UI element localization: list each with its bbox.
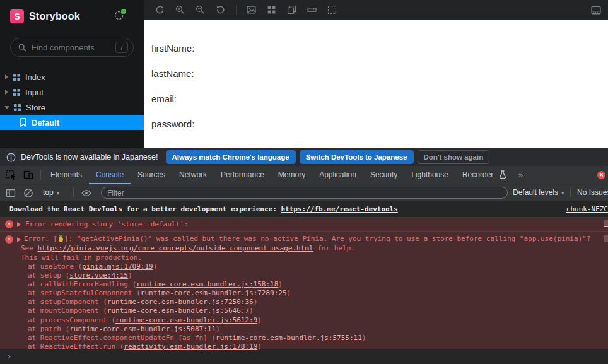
sidebar-item-input[interactable]: Input [0,85,144,100]
expand-triangle-icon[interactable] [17,222,21,227]
tab-elements[interactable]: Elements [44,166,89,184]
device-toolbar-icon [23,170,33,180]
stack-source-link[interactable]: pinia.mjs:1709:19 [82,262,153,271]
console-sidebar-button[interactable] [5,187,16,198]
inspect-icon [6,170,16,180]
sidebar-item-store[interactable]: Store [0,100,144,115]
component-tree: Index Input Store [0,69,144,130]
stack-source-link[interactable]: store.vue:4:15 [69,271,128,279]
console-filter-input[interactable] [101,187,508,199]
source-location-link[interactable]: chunk-NFZC [566,201,608,217]
tab-recorder[interactable]: Recorder [455,166,513,184]
chevron-down-icon [4,106,9,109]
search-box[interactable]: / [10,38,134,57]
measure-icon [307,5,317,15]
stack-frame: at useStore (pinia.mjs:1709:19) [28,262,608,271]
experiment-flask-icon [499,170,506,179]
zoom-out-button[interactable] [194,4,206,16]
slash-shortcut-badge: / [115,42,128,53]
zoom-in-button[interactable] [174,4,185,16]
field-label-password: password: [151,119,194,129]
tab-performance[interactable]: Performance [214,166,271,184]
tab-recorder-label: Recorder [462,170,493,179]
clear-console-button[interactable] [23,187,33,198]
devtools-infobar: DevTools is now available in Japanese! A… [0,148,608,166]
device-toolbar-button[interactable] [23,169,34,180]
match-language-button[interactable]: Always match Chrome's language [166,150,296,164]
grid-button[interactable] [266,4,277,16]
stack-source-link[interactable]: runtime-core.esm-bundler.js:5755:11 [216,334,362,342]
stack-text: at setup ( [28,271,69,279]
inspect-element-button[interactable] [5,169,16,180]
stack-frame: at patch (runtime-core.esm-bundler.js:50… [28,325,608,334]
stack-source-link[interactable]: runtime-core.esm-bundler.js:5646:7 [107,307,249,315]
error-text: Error: [ [24,235,57,243]
zoom-in-icon [175,5,185,15]
tab-lighthouse[interactable]: Lighthouse [404,166,455,184]
devtools-tabbar: Elements Console Sources Network Perform… [0,166,608,184]
stack-source-link[interactable]: runtime-core.esm-bundler.js:158:18 [136,280,278,288]
tab-console[interactable]: Console [89,166,131,184]
viewport-button[interactable] [286,4,297,16]
stack-source-link[interactable]: runtime-core.esm-bundler.js:7250:36 [107,298,254,306]
zoom-out-icon [196,5,205,15]
dont-show-again-button[interactable]: Don't show again [418,150,490,164]
stack-source-link[interactable]: runtime-core.esm-bundler.js:5087:11 [69,325,216,333]
zoom-reset-button[interactable] [214,4,226,16]
stack-source-link[interactable]: runtime-core.esm-bundler.js:5612:9 [115,316,257,324]
tab-security[interactable]: Security [363,166,404,184]
tab-application[interactable]: Application [312,166,363,184]
sidebar-menu-button[interactable] [112,10,125,23]
console-prompt-row[interactable]: › [0,349,608,364]
stack-source-link[interactable]: runtime-core.esm-bundler.js:7289:25 [141,289,287,297]
sidebar-item-index[interactable]: Index [0,69,144,85]
outline-icon [327,5,337,15]
error-count-badge[interactable]: ✕ [597,171,605,179]
expand-triangle-icon[interactable] [17,237,21,242]
live-expression-button[interactable] [81,187,91,198]
execution-context-selector[interactable]: top▾ [43,184,59,201]
component-icon [13,88,21,97]
react-devtools-link[interactable]: https://fb.me/react-devtools [281,205,397,213]
tab-memory[interactable]: Memory [271,166,312,184]
pinia-error-line: Error: []: "getActivePinia()" was called… [24,234,590,244]
sidebar-item-default-story[interactable]: Default [0,115,144,130]
component-icon [13,103,21,112]
measure-button[interactable] [306,4,317,16]
field-label-firstname: firstName: [151,43,194,54]
toolbar-divider [73,188,74,197]
stack-frame: at ReactiveEffect.componentUpdateFn [as … [28,334,608,343]
story-preview: firstName: lastName: email: password: [144,20,608,148]
stack-frame: at setupStatefulComponent (runtime-core.… [28,289,608,298]
stack-trace: at useStore (pinia.mjs:1709:19) at setup… [28,262,608,351]
stack-text: ) [128,271,132,279]
remount-button[interactable] [154,4,165,16]
tab-sources[interactable]: Sources [131,166,172,184]
remount-icon [155,5,165,15]
stack-text: ) [254,298,258,306]
info-icon [6,153,16,162]
toolbar-divider [570,188,571,197]
panel-position-icon [591,5,601,15]
stack-text: at ReactiveEffect.componentUpdateFn [as … [28,334,216,342]
update-available-dot [121,9,126,14]
issues-counter[interactable]: No Issues [577,184,608,201]
chevron-down-icon: ▾ [57,190,60,196]
toolbar-divider [236,5,237,15]
clipped-source-link[interactable] [604,235,608,242]
stack-text: ) [249,307,254,315]
outline-button[interactable] [326,4,337,16]
switch-japanese-button[interactable]: Switch DevTools to Japanese [300,150,414,164]
panel-position-button[interactable] [590,4,602,16]
pineapple-icon [57,235,64,242]
background-button[interactable] [245,4,257,16]
search-input[interactable] [32,43,115,52]
field-label-lastname: lastName: [151,68,194,79]
error-text: for help. [313,244,355,252]
pinia-docs-link[interactable]: https://pinia.vuejs.org/core-concepts/ou… [38,244,313,252]
log-levels-selector[interactable]: Default levels▾ [513,184,564,201]
more-tabs-button[interactable]: » [513,170,528,180]
tab-network[interactable]: Network [172,166,214,184]
infobar-message: DevTools is now available in Japanese! [21,153,158,161]
clipped-source-link[interactable] [604,220,608,227]
